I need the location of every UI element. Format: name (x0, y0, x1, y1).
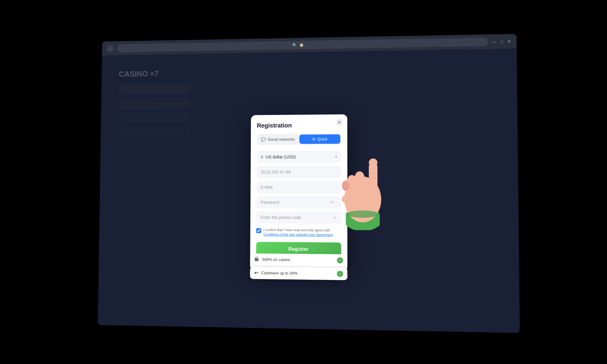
promo-check-cashback: ✓ (337, 271, 343, 277)
tab-social-networks[interactable]: 💬 Social networks (258, 135, 298, 144)
svg-point-5 (355, 171, 365, 185)
dollar-icon: $ (261, 155, 263, 160)
registration-modal: ✕ Registration 💬 Social networks ✉ Quick (250, 114, 348, 271)
svg-point-0 (346, 214, 380, 231)
phone-field-container: • (256, 166, 341, 178)
social-icon: 💬 (261, 137, 266, 142)
browser-window: ‹ 🔍 🏠 — □ ✕ CASINO ×7 ✕ (98, 34, 520, 333)
svg-point-6 (347, 175, 356, 187)
email-field-container: • (256, 181, 341, 193)
modal-close-button[interactable]: ✕ (336, 119, 343, 126)
back-button[interactable]: ‹ (107, 45, 114, 52)
tab-switcher: 💬 Social networks ✉ Quick (257, 133, 341, 145)
close-icon: ✕ (337, 120, 341, 125)
promo-clear-icon[interactable]: ✕ (333, 215, 337, 220)
maximize-button[interactable]: □ (500, 39, 504, 44)
modal-area: ✕ Registration 💬 Social networks ✉ Quick (250, 114, 348, 271)
email-required-icon: • (336, 185, 337, 189)
password-input[interactable] (261, 200, 331, 205)
terms-checkbox-area: I confirm that I have read and fully agr… (256, 228, 341, 238)
close-button[interactable]: ✕ (507, 39, 512, 43)
promo-card-casino-text: 500% on casino (262, 257, 334, 262)
promo-card-casino: 🏛 500% on casino ✓ (250, 253, 348, 267)
email-icon: ✉ (312, 137, 316, 141)
svg-point-2 (344, 177, 381, 223)
home-icon: 🏠 (299, 43, 304, 47)
search-icon: 🔍 (293, 43, 297, 47)
password-required-icon: • (336, 200, 337, 204)
cashback-icon: ↩ (254, 270, 258, 276)
tab-quick-label: Quick (317, 137, 327, 141)
svg-rect-1 (346, 212, 380, 227)
chevron-down-icon: ▾ (335, 155, 337, 159)
modal-title: Registration (257, 122, 341, 129)
promo-cards: 🏛 500% on casino ✓ ↩ Cashback up to 30% … (250, 253, 348, 280)
terms-link[interactable]: Conditions of the twin website User Agre… (263, 233, 333, 237)
terms-checkbox[interactable] (256, 228, 261, 233)
minimize-button[interactable]: — (492, 39, 497, 44)
svg-point-4 (369, 158, 377, 167)
svg-point-11 (347, 211, 379, 218)
bg-card-4 (118, 126, 191, 137)
bg-title: CASINO ×7 (119, 69, 158, 79)
tab-social-label: Social networks (267, 137, 295, 142)
casino-icon: 🏛 (254, 257, 259, 262)
svg-rect-3 (369, 163, 378, 190)
tab-quick[interactable]: ✉ Quick (299, 134, 340, 144)
password-field-container: 👁 • (256, 196, 341, 209)
bg-card-1 (119, 83, 191, 95)
promo-input[interactable] (260, 215, 333, 220)
phone-input[interactable] (261, 170, 336, 174)
terms-label: I confirm that I have read and fully agr… (263, 228, 341, 238)
promo-field-container: ✕ (256, 211, 341, 224)
window-controls: — □ ✕ (492, 39, 512, 44)
browser-content: CASINO ×7 ✕ Registration � (98, 49, 520, 333)
phone-required-icon: • (336, 170, 337, 174)
currency-value: US dollar (USD) (266, 154, 296, 159)
eye-icon[interactable]: 👁 (331, 200, 334, 205)
promo-card-cashback: ↩ Cashback up to 30% ✓ (250, 267, 348, 280)
email-input[interactable] (261, 185, 336, 190)
currency-selector[interactable]: $ US dollar (USD) ▾ (257, 151, 341, 163)
bg-card-3 (118, 112, 191, 123)
promo-check-casino: ✓ (337, 257, 343, 263)
promo-card-cashback-text: Cashback up to 30% (261, 271, 334, 276)
bg-card-2 (118, 98, 191, 109)
